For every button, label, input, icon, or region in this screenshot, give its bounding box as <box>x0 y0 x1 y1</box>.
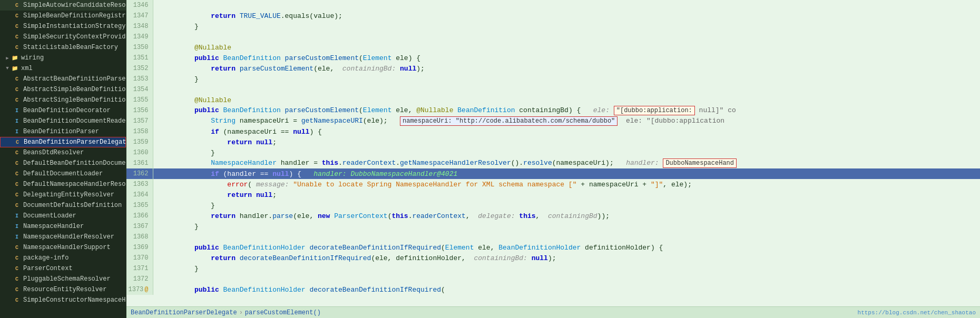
sidebar-item-label: BeanDefinitionParserDelegate <box>24 138 126 146</box>
line-number: 1367 <box>126 221 153 232</box>
breadcrumb-separator: › <box>239 309 243 316</box>
sidebar-item-label: package-info <box>23 254 68 262</box>
sidebar-item-xml[interactable]: ▼ 📁 xml <box>0 63 126 74</box>
sidebar-item-DelegatingEntityResolver[interactable]: C DelegatingEntityResolver <box>0 190 126 200</box>
table-row: 1351 public BeanDefinition parseCustomEl… <box>126 53 980 63</box>
sidebar-item-PluggableSchemaResolver[interactable]: C PluggableSchemaResolver <box>0 274 126 284</box>
code-line: NamespaceHandler handler = this.readerCo… <box>153 158 980 168</box>
table-row: 1353 } <box>126 74 980 84</box>
class-icon: C <box>13 264 21 273</box>
table-row: 1364 return null; <box>126 190 980 200</box>
sidebar-item-label: DefaultDocumentLoader <box>23 170 103 177</box>
code-line: return decorateBeanDefinitionIfRequired(… <box>153 253 980 263</box>
sidebar-item-label: SimpleConstructorNamespaceHand... <box>23 296 126 304</box>
table-row: 1366 return handler.parse(ele, new Parse… <box>126 211 980 221</box>
sidebar-item-DocumentLoader[interactable]: I DocumentLoader <box>0 211 126 221</box>
sidebar-item-label: AbstractSimpleBeanDefinitionParser <box>23 86 126 93</box>
sidebar-item-label: BeanDefinitionDecorator <box>23 107 111 114</box>
sidebar-item-StaticListableBeanFactory[interactable]: C StaticListableBeanFactory <box>0 42 126 53</box>
sidebar-item-label: DefaultNamespaceHandlerResolver <box>23 181 126 188</box>
sidebar-item-NamespaceHandlerSupport[interactable]: C NamespaceHandlerSupport <box>0 242 126 253</box>
sidebar-item-ResourceEntityResolver[interactable]: C ResourceEntityResolver <box>0 284 126 295</box>
sidebar-item-label: AbstractSingleBeanDefinitionParser <box>23 96 126 104</box>
code-line: if (handler == null) { handler: DubboNam… <box>153 168 980 179</box>
table-row: 1365 } <box>126 200 980 211</box>
sidebar-item-ParserContext[interactable]: C ParserContext <box>0 263 126 274</box>
sidebar-item-DefaultNamespaceHandlerResolver[interactable]: C DefaultNamespaceHandlerResolver <box>0 179 126 190</box>
sidebar-item-package-info[interactable]: C package-info <box>0 253 126 263</box>
sidebar-item-label: SimpleBeanDefinitionRegistry <box>23 12 126 19</box>
sidebar-item-SimpleConstructorNamespaceHandler[interactable]: C SimpleConstructorNamespaceHand... <box>0 295 126 305</box>
table-row: 1367 } <box>126 221 980 232</box>
sidebar-item-BeanDefinitionDecorator[interactable]: I BeanDefinitionDecorator <box>0 105 126 116</box>
sidebar-item-BeansDtdResolver[interactable]: C BeansDtdResolver <box>0 147 126 158</box>
sidebar-item-BeanDefinitionDocumentReader[interactable]: I BeanDefinitionDocumentReader <box>0 116 126 126</box>
class-icon: C <box>13 243 21 252</box>
code-line: @Nullable <box>153 42 980 53</box>
tooltip-namespace-1357: namespaceUri: "http://code.alibabatech.c… <box>400 116 618 126</box>
interface-icon: I <box>13 212 21 220</box>
sidebar-item-NamespaceHandler[interactable]: I NamespaceHandler <box>0 221 126 232</box>
class-icon: C <box>13 1 21 9</box>
code-view[interactable]: 1346 1347 return TRUE_VALUE.equals(value… <box>126 0 980 306</box>
line-number: 1365 <box>126 200 153 211</box>
sidebar-item-AbstractSingleBeanDefinitionParser[interactable]: C AbstractSingleBeanDefinitionParser <box>0 95 126 105</box>
table-row: 1359 return null; <box>126 137 980 147</box>
class-icon: C <box>13 285 21 294</box>
code-line: return handler.parse(ele, new ParserCont… <box>153 211 980 221</box>
sidebar-item-DocumentDefaultsDefinition[interactable]: C DocumentDefaultsDefinition <box>0 200 126 211</box>
line-number: 1354 <box>126 84 153 95</box>
line-number: 1357 <box>126 116 153 126</box>
table-row: 1352 return parseCustomElement(ele, cont… <box>126 63 980 74</box>
class-icon: C <box>13 148 21 157</box>
sidebar-item-SimpleSecurityContextProvider[interactable]: C SimpleSecurityContextProvider <box>0 32 126 42</box>
sidebar-item-wiring[interactable]: ▶ 📁 wiring <box>0 53 126 63</box>
sidebar-item-label: StaticListableBeanFactory <box>23 44 118 51</box>
sidebar-item-AbstractBeanDefinitionParser[interactable]: C AbstractBeanDefinitionParser <box>0 74 126 84</box>
breadcrumb-part2[interactable]: parseCustomElement() <box>245 309 321 316</box>
table-row: 1357 String namespaceUri = getNamespaceU… <box>126 116 980 126</box>
sidebar-item-label: DocumentDefaultsDefinition <box>23 202 122 209</box>
class-icon: C <box>13 296 21 304</box>
table-row: 1347 return TRUE_VALUE.equals(value); <box>126 11 980 21</box>
sidebar-item-BeanDefinitionParser[interactable]: I BeanDefinitionParser <box>0 126 126 137</box>
table-row: 1355 @Nullable <box>126 95 980 105</box>
status-url: https://blog.csdn.net/chen_shaotao <box>858 310 976 316</box>
table-row: 1349 <box>126 32 980 42</box>
table-row: 1369 public BeanDefinitionHolder decorat… <box>126 242 980 253</box>
sidebar-item-label: DelegatingEntityResolver <box>23 191 114 198</box>
class-icon: C <box>13 43 21 52</box>
code-line: } <box>153 263 980 274</box>
sidebar-item-label: NamespaceHandlerResolver <box>23 233 114 241</box>
sidebar-item-label: DocumentLoader <box>23 212 76 220</box>
interface-icon: I <box>13 117 21 125</box>
code-line: public BeanDefinitionHolder decorateBean… <box>153 242 980 253</box>
sidebar-item-AbstractSimpleBeanDefinitionParser[interactable]: C AbstractSimpleBeanDefinitionParser <box>0 84 126 95</box>
file-tree[interactable]: C SimpleAutowireCandidateResolver C Simp… <box>0 0 126 318</box>
sidebar-item-label: SimpleAutowireCandidateResolver <box>23 2 126 9</box>
code-line: } <box>153 21 980 32</box>
folder-arrow-icon[interactable]: ▶ <box>4 55 11 61</box>
sidebar-item-label: NamespaceHandler <box>23 223 84 230</box>
breadcrumb-part1[interactable]: BeanDefinitionParserDelegate <box>131 309 237 316</box>
sidebar-item-SimpleInstantiationStrategy[interactable]: C SimpleInstantiationStrategy <box>0 21 126 32</box>
breadcrumb-bar: BeanDefinitionParserDelegate › parseCust… <box>126 306 980 318</box>
code-line: if (namespaceUri == null) { <box>153 126 980 137</box>
sidebar-item-DefaultDocumentLoader[interactable]: C DefaultDocumentLoader <box>0 168 126 179</box>
sidebar-item-SimpleAutowireCandidateResolver[interactable]: C SimpleAutowireCandidateResolver <box>0 0 126 11</box>
line-number: 1369 <box>126 242 153 253</box>
line-number: 1371 <box>126 263 153 274</box>
folder-arrow-icon[interactable]: ▼ <box>4 66 11 71</box>
code-line: } <box>153 221 980 232</box>
sidebar-item-NamespaceHandlerResolver[interactable]: I NamespaceHandlerResolver <box>0 232 126 242</box>
sidebar-item-BeanDefinitionParserDelegate[interactable]: C BeanDefinitionParserDelegate <box>0 137 126 147</box>
line-number: 1355 <box>126 95 153 105</box>
sidebar-item-label: BeansDtdResolver <box>23 149 84 156</box>
class-icon: C <box>13 191 21 199</box>
line-number: 1359 <box>126 137 153 147</box>
sidebar-item-SimpleBeanDefinitionRegistry[interactable]: C SimpleBeanDefinitionRegistry <box>0 11 126 21</box>
sidebar-item-label: ResourceEntityResolver <box>23 286 106 293</box>
sidebar-item-DefaultBeanDefinitionDocumentReader[interactable]: C DefaultBeanDefinitionDocumentRea... <box>0 158 126 168</box>
table-row: 1356 public BeanDefinition parseCustomEl… <box>126 105 980 116</box>
code-line <box>153 0 980 11</box>
